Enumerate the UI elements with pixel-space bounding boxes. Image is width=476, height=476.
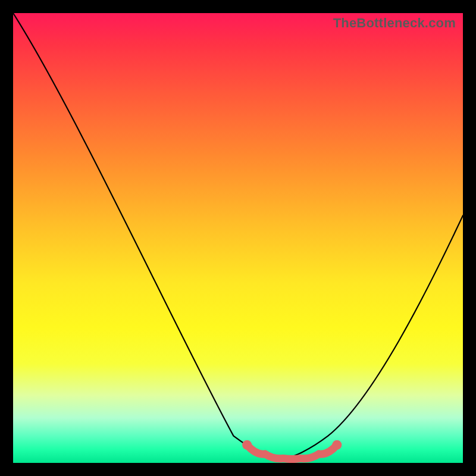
curve-layer: [13, 13, 463, 463]
optimal-band-marker: [247, 445, 337, 459]
optimal-band-end-dot: [332, 440, 342, 450]
watermark-text: TheBottleneck.com: [333, 15, 456, 31]
bottleneck-curve: [13, 13, 463, 461]
chart-stage: TheBottleneck.com: [0, 0, 476, 476]
plot-area: TheBottleneck.com: [13, 13, 463, 463]
optimal-band-end-dot: [242, 440, 252, 450]
optimal-band-dots: [242, 440, 342, 450]
